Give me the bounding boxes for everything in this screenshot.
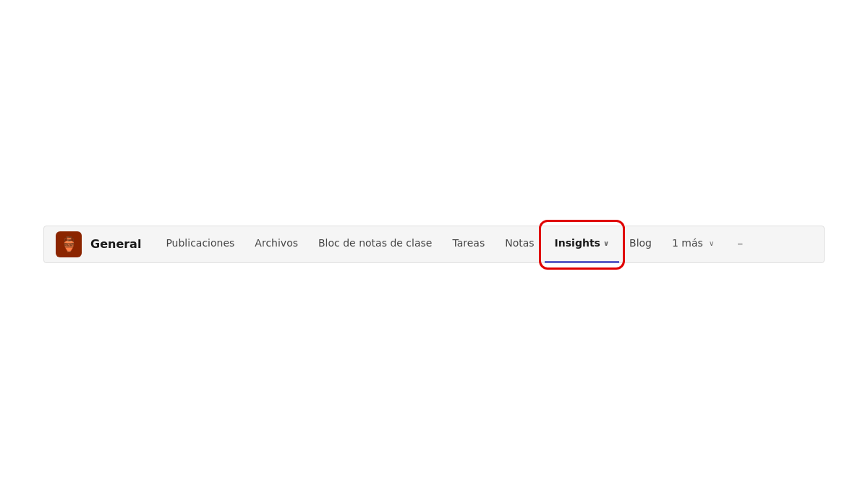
team-name: General [90, 237, 141, 251]
nav-item-mas[interactable]: 1 más ∨ [662, 226, 724, 263]
nav-item-notas[interactable]: Notas [495, 226, 544, 263]
nav-item-bloc-notas[interactable]: Bloc de notas de clase [308, 226, 442, 263]
nav-item-publicaciones[interactable]: Publicaciones [156, 226, 244, 263]
nav-items: Publicaciones Archivos Bloc de notas de … [156, 226, 812, 263]
nav-bar: 🏺 General Publicaciones Archivos Bloc de… [43, 226, 825, 263]
nav-item-blog[interactable]: Blog [619, 226, 662, 263]
mas-chevron-icon: ∨ [709, 239, 714, 247]
insights-chevron-icon: ∨ [603, 239, 609, 247]
team-icon-emoji: 🏺 [60, 236, 78, 253]
team-icon: 🏺 [56, 231, 82, 257]
nav-item-archivos[interactable]: Archivos [244, 226, 308, 263]
ellipsis-icon: – [737, 236, 743, 250]
page-container: 🏺 General Publicaciones Archivos Bloc de… [0, 0, 868, 488]
nav-item-ellipsis[interactable]: – [724, 226, 753, 263]
nav-item-tareas[interactable]: Tareas [442, 226, 495, 263]
nav-item-insights[interactable]: Insights ∨ [545, 226, 619, 263]
